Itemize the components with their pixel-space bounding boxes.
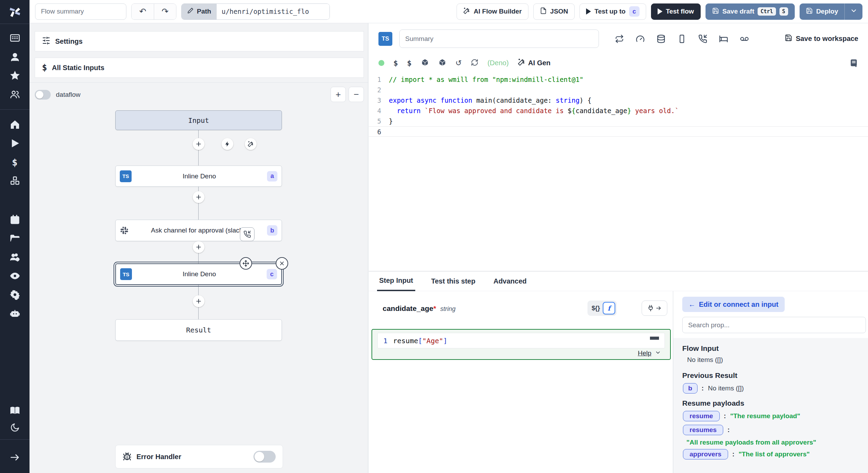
star-icon[interactable] — [0, 66, 30, 85]
zoom-out-button[interactable]: − — [349, 87, 364, 102]
error-handler-toggle[interactable] — [253, 451, 276, 463]
settings-gear-icon[interactable] — [0, 285, 30, 304]
flow-settings-button[interactable]: Settings — [35, 31, 364, 51]
step-badge: c — [629, 6, 640, 17]
tab-advanced[interactable]: Advanced — [491, 271, 529, 291]
tab-step-input[interactable]: Step Input — [377, 271, 415, 291]
all-static-inputs-button[interactable]: $ All Static Inputs — [35, 58, 364, 78]
json-button[interactable]: JSON — [533, 3, 575, 20]
ai-gen-button[interactable]: AI Gen — [518, 58, 550, 68]
flow-summary-input[interactable] — [35, 3, 126, 20]
expand-sidebar-arrow-icon[interactable] — [0, 448, 30, 467]
insert-resource-icon[interactable]: $ — [407, 59, 411, 67]
approvers-key-chip[interactable]: approvers — [683, 449, 728, 459]
trigger-bolt-button[interactable] — [222, 138, 233, 150]
groups-icon[interactable] — [0, 248, 30, 267]
test-up-to-button[interactable]: Test up to c — [579, 3, 646, 20]
code-editor[interactable]: 1// import * as wmill from "npm:windmill… — [369, 72, 868, 271]
user-icon[interactable] — [0, 48, 30, 66]
package-icon[interactable] — [421, 58, 429, 68]
redo-button[interactable]: ↷ — [154, 4, 176, 19]
save-icon — [806, 7, 813, 16]
step-summary-input[interactable] — [399, 29, 599, 48]
ai-wand-button[interactable] — [245, 138, 257, 150]
typescript-icon: TS — [120, 268, 132, 280]
error-handler-bar[interactable]: Error Handler — [115, 445, 283, 468]
connect-input-button[interactable] — [642, 301, 667, 316]
prev-result-badge[interactable]: b — [683, 383, 698, 394]
flow-node-result[interactable]: Result — [115, 319, 282, 341]
home-icon[interactable] — [0, 115, 30, 134]
previous-result-row: b : No items ([]) — [682, 383, 859, 394]
windmill-logo[interactable] — [8, 5, 22, 20]
flow-node-a[interactable]: TS Inline Deno a — [115, 166, 282, 187]
javascript-mode-button[interactable]: f — [603, 302, 615, 314]
insert-step-plus-button[interactable] — [193, 191, 205, 203]
move-node-button[interactable] — [240, 257, 252, 270]
workers-robot-icon[interactable] — [0, 304, 30, 323]
expression-editor[interactable]: 1 resume["Age"] Help — [372, 329, 671, 360]
resources-icon[interactable] — [0, 171, 30, 190]
mock-voicemail-icon[interactable] — [740, 34, 749, 43]
insert-step-plus-button[interactable] — [193, 138, 205, 150]
expression-help[interactable]: Help — [638, 349, 661, 357]
library-icon[interactable] — [849, 59, 858, 68]
reload-icon[interactable] — [471, 59, 478, 68]
deploy-more-button[interactable] — [844, 3, 862, 20]
language-label[interactable]: (Deno) — [487, 59, 509, 67]
docs-book-icon[interactable] — [0, 401, 30, 420]
cache-database-icon[interactable] — [657, 34, 666, 43]
path-edit-button[interactable]: Path — [182, 4, 217, 19]
test-flow-button[interactable]: Test flow — [651, 3, 701, 20]
tab-test-this-step[interactable]: Test this step — [429, 271, 477, 291]
suspend-phone-icon[interactable] — [698, 34, 707, 43]
path-value[interactable]: u/henri/optimistic_flo — [217, 4, 329, 19]
resume-key-chip[interactable]: resume — [683, 411, 720, 421]
dollar-icon: $ — [42, 63, 47, 73]
runs-icon[interactable] — [0, 134, 30, 153]
sidebar-divider — [0, 24, 30, 24]
folders-icon[interactable] — [0, 229, 30, 248]
insert-step-plus-button[interactable] — [193, 295, 205, 307]
play-icon — [658, 8, 662, 15]
save-draft-button[interactable]: Save draft Ctrl S — [706, 3, 795, 20]
early-stop-icon[interactable] — [677, 34, 686, 43]
schedules-icon[interactable] — [0, 210, 30, 229]
search-prop-input[interactable] — [682, 317, 866, 333]
audit-logs-icon[interactable] — [0, 267, 30, 285]
delete-node-button[interactable] — [276, 257, 288, 270]
concurrency-gauge-icon[interactable] — [636, 34, 645, 43]
package-icon[interactable] — [438, 58, 446, 68]
dataflow-toggle[interactable] — [35, 90, 51, 100]
flow-node-b[interactable]: Ask channel for approval (slack) b — [115, 220, 282, 241]
variables-icon[interactable]: $ — [0, 153, 30, 171]
dark-mode-moon-icon[interactable] — [0, 420, 30, 435]
prev-result-value: No items ([]) — [708, 385, 744, 392]
zoom-in-button[interactable]: + — [331, 87, 346, 102]
wand-icon — [518, 58, 525, 68]
reset-icon[interactable]: ↺ — [456, 59, 462, 67]
edit-or-connect-button[interactable]: ← Edit or connect an input — [682, 297, 785, 312]
typescript-icon: TS — [120, 170, 132, 182]
flow-node-c-selected[interactable]: TS Inline Deno c — [115, 263, 282, 285]
deploy-split-button: Deploy — [800, 3, 862, 20]
insert-variable-icon[interactable]: $ — [393, 59, 398, 67]
retry-icon[interactable] — [615, 34, 624, 43]
sleep-bed-icon[interactable] — [719, 34, 728, 43]
flow-node-input[interactable]: Input — [115, 110, 282, 130]
template-mode-button[interactable]: ${} — [592, 305, 600, 312]
resume-row: resume : "The resume payload" — [682, 411, 859, 421]
save-to-workspace-button[interactable]: Save to workspace — [785, 34, 858, 43]
users-icon[interactable] — [0, 85, 30, 104]
resumes-key-chip[interactable]: resumes — [683, 425, 723, 435]
insert-step-plus-button[interactable] — [193, 241, 205, 253]
step-detail-pane: Step Input Test this step Advanced candi… — [369, 271, 868, 473]
expression-scrollbar[interactable] — [650, 337, 659, 340]
ai-flow-builder-button[interactable]: AI Flow Builder — [457, 3, 528, 20]
flow-input-empty: No items ([]) — [682, 356, 859, 364]
expression-input[interactable]: 1 resume["Age"] — [377, 333, 665, 348]
deploy-button[interactable]: Deploy — [800, 3, 844, 20]
undo-button[interactable]: ↶ — [132, 4, 154, 19]
apps-icon[interactable] — [0, 29, 30, 48]
panel-divider — [30, 82, 368, 83]
